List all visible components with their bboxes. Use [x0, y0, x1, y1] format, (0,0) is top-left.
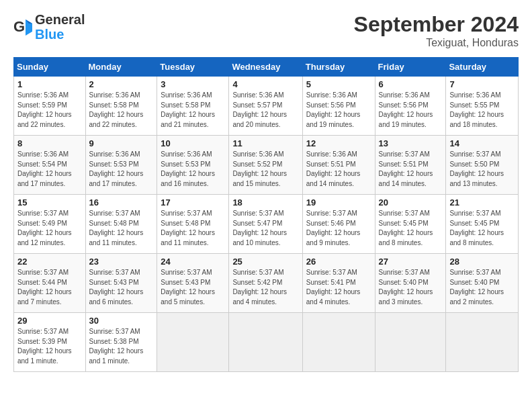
calendar-cell: 23Sunrise: 5:37 AM Sunset: 5:43 PM Dayli…	[85, 254, 157, 313]
calendar-week-4: 22Sunrise: 5:37 AM Sunset: 5:44 PM Dayli…	[14, 254, 519, 313]
day-number: 23	[89, 257, 154, 267]
day-info: Sunrise: 5:37 AM Sunset: 5:45 PM Dayligh…	[449, 209, 515, 248]
day-number: 9	[89, 138, 154, 148]
day-info: Sunrise: 5:37 AM Sunset: 5:47 PM Dayligh…	[232, 209, 298, 248]
calendar-cell: 26Sunrise: 5:37 AM Sunset: 5:41 PM Dayli…	[302, 254, 375, 313]
calendar-cell: 7Sunrise: 5:36 AM Sunset: 5:55 PM Daylig…	[446, 77, 519, 136]
calendar-cell: 4Sunrise: 5:36 AM Sunset: 5:57 PM Daylig…	[229, 77, 302, 136]
calendar-cell: 6Sunrise: 5:36 AM Sunset: 5:56 PM Daylig…	[375, 77, 446, 136]
calendar-cell: 14Sunrise: 5:37 AM Sunset: 5:50 PM Dayli…	[446, 136, 519, 195]
day-info: Sunrise: 5:37 AM Sunset: 5:38 PM Dayligh…	[89, 327, 154, 366]
day-number: 24	[161, 257, 225, 267]
day-number: 13	[379, 138, 443, 148]
day-info: Sunrise: 5:37 AM Sunset: 5:44 PM Dayligh…	[17, 268, 82, 307]
logo-icon: G	[13, 17, 34, 37]
day-number: 28	[449, 257, 515, 267]
day-info: Sunrise: 5:36 AM Sunset: 5:58 PM Dayligh…	[161, 91, 225, 130]
day-info: Sunrise: 5:37 AM Sunset: 5:43 PM Dayligh…	[161, 268, 225, 307]
day-info: Sunrise: 5:36 AM Sunset: 5:57 PM Dayligh…	[232, 91, 298, 130]
day-number: 1	[17, 79, 82, 89]
calendar-cell: 19Sunrise: 5:37 AM Sunset: 5:46 PM Dayli…	[302, 195, 375, 254]
day-info: Sunrise: 5:37 AM Sunset: 5:48 PM Dayligh…	[161, 209, 225, 248]
day-info: Sunrise: 5:37 AM Sunset: 5:39 PM Dayligh…	[17, 327, 82, 366]
day-info: Sunrise: 5:36 AM Sunset: 5:53 PM Dayligh…	[161, 150, 225, 189]
calendar-cell: 8Sunrise: 5:36 AM Sunset: 5:54 PM Daylig…	[14, 136, 86, 195]
day-number: 19	[306, 197, 371, 208]
calendar-cell: 2Sunrise: 5:36 AM Sunset: 5:58 PM Daylig…	[85, 77, 157, 136]
calendar-cell: 27Sunrise: 5:37 AM Sunset: 5:40 PM Dayli…	[375, 254, 446, 313]
calendar-week-1: 1Sunrise: 5:36 AM Sunset: 5:59 PM Daylig…	[14, 77, 519, 136]
day-number: 6	[379, 79, 443, 89]
header: G General Blue September 2024 Texiguat, …	[13, 12, 519, 49]
day-number: 8	[17, 138, 82, 148]
day-info: Sunrise: 5:37 AM Sunset: 5:40 PM Dayligh…	[449, 268, 515, 307]
calendar-header-tuesday: Tuesday	[157, 58, 229, 77]
calendar-cell: 3Sunrise: 5:36 AM Sunset: 5:58 PM Daylig…	[157, 77, 229, 136]
day-info: Sunrise: 5:36 AM Sunset: 5:58 PM Dayligh…	[89, 91, 154, 130]
calendar-cell: 22Sunrise: 5:37 AM Sunset: 5:44 PM Dayli…	[14, 254, 86, 313]
calendar-cell: 13Sunrise: 5:37 AM Sunset: 5:51 PM Dayli…	[375, 136, 446, 195]
calendar-week-2: 8Sunrise: 5:36 AM Sunset: 5:54 PM Daylig…	[14, 136, 519, 195]
page: G General Blue September 2024 Texiguat, …	[0, 0, 532, 379]
day-number: 25	[232, 257, 298, 267]
logo: G General Blue	[13, 12, 85, 42]
calendar-cell: 28Sunrise: 5:37 AM Sunset: 5:40 PM Dayli…	[446, 254, 519, 313]
calendar-week-3: 15Sunrise: 5:37 AM Sunset: 5:49 PM Dayli…	[14, 195, 519, 254]
calendar-cell: 25Sunrise: 5:37 AM Sunset: 5:42 PM Dayli…	[229, 254, 302, 313]
day-number: 21	[449, 197, 515, 208]
day-number: 15	[17, 197, 82, 208]
day-number: 12	[306, 138, 371, 148]
day-number: 2	[89, 79, 154, 89]
day-info: Sunrise: 5:37 AM Sunset: 5:49 PM Dayligh…	[17, 209, 82, 248]
day-number: 7	[449, 79, 515, 89]
day-number: 11	[232, 138, 298, 148]
location: Texiguat, Honduras	[354, 37, 519, 49]
calendar-header-wednesday: Wednesday	[229, 58, 302, 77]
calendar-cell: 30Sunrise: 5:37 AM Sunset: 5:38 PM Dayli…	[85, 313, 157, 372]
calendar-cell: 10Sunrise: 5:36 AM Sunset: 5:53 PM Dayli…	[157, 136, 229, 195]
day-number: 3	[161, 79, 225, 89]
svg-text:G: G	[13, 18, 25, 35]
calendar-cell: 24Sunrise: 5:37 AM Sunset: 5:43 PM Dayli…	[157, 254, 229, 313]
calendar-header-saturday: Saturday	[446, 58, 519, 77]
calendar-cell: 29Sunrise: 5:37 AM Sunset: 5:39 PM Dayli…	[14, 313, 86, 372]
day-number: 4	[232, 79, 298, 89]
day-info: Sunrise: 5:36 AM Sunset: 5:55 PM Dayligh…	[449, 91, 515, 130]
logo-text: General Blue	[35, 12, 85, 42]
calendar-week-5: 29Sunrise: 5:37 AM Sunset: 5:39 PM Dayli…	[14, 313, 519, 372]
calendar: SundayMondayTuesdayWednesdayThursdayFrid…	[13, 57, 519, 372]
calendar-cell: 18Sunrise: 5:37 AM Sunset: 5:47 PM Dayli…	[229, 195, 302, 254]
day-info: Sunrise: 5:36 AM Sunset: 5:59 PM Dayligh…	[17, 91, 82, 130]
calendar-cell	[446, 313, 519, 372]
calendar-header-sunday: Sunday	[14, 58, 86, 77]
day-info: Sunrise: 5:36 AM Sunset: 5:53 PM Dayligh…	[89, 150, 154, 189]
day-info: Sunrise: 5:36 AM Sunset: 5:51 PM Dayligh…	[306, 150, 371, 189]
day-number: 18	[232, 197, 298, 208]
day-info: Sunrise: 5:36 AM Sunset: 5:56 PM Dayligh…	[306, 91, 371, 130]
day-number: 29	[17, 316, 82, 326]
day-info: Sunrise: 5:37 AM Sunset: 5:50 PM Dayligh…	[449, 150, 515, 189]
calendar-cell	[157, 313, 229, 372]
calendar-cell: 1Sunrise: 5:36 AM Sunset: 5:59 PM Daylig…	[14, 77, 86, 136]
calendar-cell: 5Sunrise: 5:36 AM Sunset: 5:56 PM Daylig…	[302, 77, 375, 136]
day-info: Sunrise: 5:36 AM Sunset: 5:52 PM Dayligh…	[232, 150, 298, 189]
day-number: 16	[89, 197, 154, 208]
day-number: 26	[306, 257, 371, 267]
month-title: September 2024	[354, 12, 519, 37]
calendar-cell: 9Sunrise: 5:36 AM Sunset: 5:53 PM Daylig…	[85, 136, 157, 195]
day-info: Sunrise: 5:37 AM Sunset: 5:51 PM Dayligh…	[379, 150, 443, 189]
day-number: 5	[306, 79, 371, 89]
day-number: 30	[89, 316, 154, 326]
calendar-cell: 12Sunrise: 5:36 AM Sunset: 5:51 PM Dayli…	[302, 136, 375, 195]
calendar-cell: 17Sunrise: 5:37 AM Sunset: 5:48 PM Dayli…	[157, 195, 229, 254]
title-block: September 2024 Texiguat, Honduras	[354, 12, 519, 49]
day-info: Sunrise: 5:37 AM Sunset: 5:41 PM Dayligh…	[306, 268, 371, 307]
day-info: Sunrise: 5:37 AM Sunset: 5:40 PM Dayligh…	[379, 268, 443, 307]
calendar-cell: 21Sunrise: 5:37 AM Sunset: 5:45 PM Dayli…	[446, 195, 519, 254]
day-number: 17	[161, 197, 225, 208]
day-number: 20	[379, 197, 443, 208]
calendar-header-thursday: Thursday	[302, 58, 375, 77]
calendar-header-row: SundayMondayTuesdayWednesdayThursdayFrid…	[14, 58, 519, 77]
calendar-cell	[375, 313, 446, 372]
calendar-header-friday: Friday	[375, 58, 446, 77]
